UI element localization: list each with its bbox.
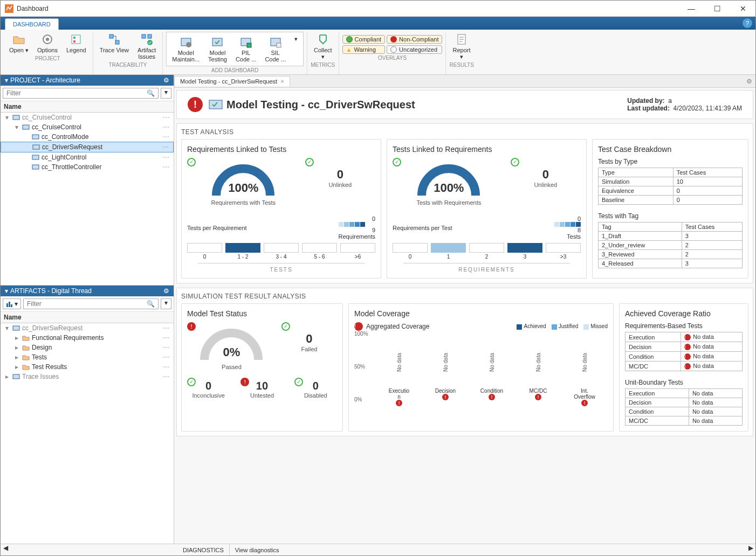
dist-bin[interactable]: 1 [431,243,466,260]
check-icon: ✓ [187,158,196,166]
tree-item-menu-icon[interactable]: ⋯ [163,373,171,380]
traceview-button[interactable]: Trace View [97,32,132,54]
tree-item-menu-icon[interactable]: ⋯ [163,133,171,141]
dist-bin[interactable]: 0 [393,243,428,260]
table-row[interactable]: ExecutionNo data [626,389,743,398]
tree-item-menu-icon[interactable]: ⋯ [163,114,171,121]
artifacts-panel-gear-icon[interactable]: ⚙ [163,287,169,295]
model-maintain-button[interactable]: Model Maintain... [169,34,203,64]
scroll-left-button[interactable]: ◀ [1,544,10,555]
table-row[interactable]: Baseline0 [599,196,743,205]
tree-item-menu-icon[interactable]: ⋯ [163,123,171,131]
maximize-button[interactable]: ☐ [709,4,725,13]
artifacts-filter-input[interactable] [24,299,143,309]
view-diagnostics-link[interactable]: View diagnostics [230,544,285,555]
tree-item-menu-icon[interactable]: ⋯ [163,334,171,342]
tree-toggle-icon[interactable]: ▸ [13,363,20,371]
project-panel-gear-icon[interactable]: ⚙ [163,77,169,84]
table-row[interactable]: 2_Under_review2 [599,241,743,250]
collect-button[interactable]: Collect▾ [311,32,335,61]
tree-toggle-icon[interactable]: ▾ [4,114,10,121]
diagnostics-label[interactable]: DIAGNOSTICS [177,544,230,555]
table-row[interactable]: Simulation10 [599,177,743,186]
report-button[interactable]: Report▾ [449,32,473,61]
tree-item[interactable]: ▸Design⋯ [1,343,174,352]
dist-bin[interactable]: 2 [469,243,504,260]
project-tree[interactable]: ▾cc_CruiseControl⋯▾cc_CruiseControl⋯cc_C… [1,113,174,285]
artifacts-filter-dropdown[interactable]: ▾ [161,298,171,309]
model-testing-button[interactable]: Model Testing [205,34,230,64]
options-button[interactable]: Options [34,32,61,54]
table-row[interactable]: MC/DCNo data [626,416,743,426]
tree-toggle-icon[interactable]: ▸ [13,334,20,342]
alert-icon: ! [489,394,495,400]
tree-item-menu-icon[interactable]: ⋯ [163,344,171,351]
tree-toggle-icon[interactable]: ▸ [4,373,10,380]
dist-bin[interactable]: 3 [507,243,542,260]
overlay-uncategorized[interactable]: Uncategorized [387,45,442,54]
project-filter-input[interactable] [3,88,143,98]
sil-code-button[interactable]: SIL Code ... [262,34,289,64]
tree-toggle-icon[interactable]: ▾ [4,324,10,332]
document-tabs-gear-icon[interactable]: ⚙ [746,78,752,85]
pil-code-button[interactable]: PIL Code ... [232,34,260,64]
ribbon-tab-dashboard[interactable]: DASHBOARD [5,18,59,30]
artifacts-filter[interactable]: 🔍 [23,298,159,309]
tree-item-menu-icon[interactable]: ⋯ [162,143,171,151]
open-button[interactable]: Open ▾ [6,32,32,54]
document-tab[interactable]: Model Testing - cc_DriverSwRequest× [174,76,290,86]
table-row[interactable]: Condition!No data [626,352,743,362]
tree-item[interactable]: ▸Tests⋯ [1,352,174,362]
project-filter[interactable]: 🔍 [3,88,159,99]
tree-item-menu-icon[interactable]: ⋯ [163,363,171,371]
overlay-warning[interactable]: ▲Warning [342,45,386,54]
legend-button[interactable]: Legend [63,32,90,54]
tree-toggle-icon[interactable]: ▾ [13,123,20,131]
table-row[interactable]: DecisionNo data [626,398,743,407]
overlay-compliant[interactable]: Compliant [342,35,386,44]
table-row[interactable]: 1_Draft3 [599,232,743,241]
table-row[interactable]: Equivalence0 [599,186,743,196]
table-row[interactable]: 4_Released3 [599,259,743,268]
dist-bin[interactable]: 3 - 4 [264,243,299,260]
tree-item[interactable]: cc_LightControl⋯ [1,152,174,162]
tree-item[interactable]: ▸Test Results⋯ [1,362,174,372]
table-row[interactable]: Execution!No data [626,332,743,342]
tree-item-menu-icon[interactable]: ⋯ [163,324,171,332]
dist-bin[interactable]: 0 [187,243,222,260]
tree-toggle-icon[interactable]: ▸ [13,353,20,361]
tree-item[interactable]: ▾cc_CruiseControl⋯ [1,113,174,122]
tree-item[interactable]: ▸Functional Requirements⋯ [1,333,174,343]
table-row[interactable]: Decision!No data [626,342,743,352]
table-row[interactable]: ConditionNo data [626,407,743,416]
add-dashboard-more-button[interactable]: ▾ [291,34,301,64]
help-button[interactable]: ? [743,18,752,28]
close-tab-icon[interactable]: × [280,78,284,85]
tree-item-menu-icon[interactable]: ⋯ [163,154,171,161]
tree-item[interactable]: cc_DriverSwRequest⋯ [1,142,174,152]
minimize-button[interactable]: — [683,4,699,13]
artifact-issues-button[interactable]: Artifact Issues [134,32,159,61]
tree-toggle-icon[interactable]: ▸ [13,344,20,351]
tree-item-menu-icon[interactable]: ⋯ [163,353,171,361]
dist-bin[interactable]: 1 - 2 [225,243,260,260]
tree-item[interactable]: ▾cc_DriverSwRequest⋯ [1,323,174,333]
search-icon[interactable]: 🔍 [143,299,158,309]
tree-item-menu-icon[interactable]: ⋯ [163,163,171,171]
table-row[interactable]: 3_Reviewed2 [599,250,743,259]
tree-item[interactable]: ▸Trace Issues⋯ [1,372,174,381]
dist-bin[interactable]: 5 - 6 [302,243,337,260]
tree-item[interactable]: cc_ControlMode⋯ [1,132,174,142]
scroll-right-button[interactable]: ▶ [746,544,755,555]
dist-bin[interactable]: >3 [546,243,581,260]
tree-item[interactable]: cc_ThrottleController⋯ [1,162,174,172]
artifacts-tree[interactable]: ▾cc_DriverSwRequest⋯▸Functional Requirem… [1,323,174,544]
overlay-noncompliant[interactable]: Non-Compliant [387,35,442,44]
tree-item[interactable]: ▾cc_CruiseControl⋯ [1,122,174,132]
artifacts-view-toggle[interactable]: ▾ [3,298,21,309]
search-icon[interactable]: 🔍 [143,88,158,98]
close-button[interactable]: ✕ [735,4,751,13]
table-row[interactable]: MC/DC!No data [626,362,743,371]
dist-bin[interactable]: >6 [340,243,375,260]
project-filter-dropdown[interactable]: ▾ [161,88,171,99]
